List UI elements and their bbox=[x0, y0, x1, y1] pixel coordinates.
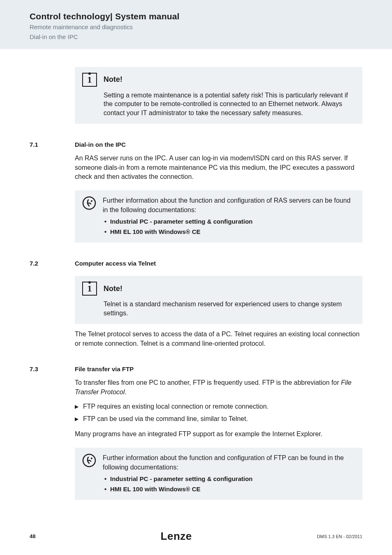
tip-icon bbox=[82, 453, 96, 469]
tip-list-item: Industrial PC - parameter setting & conf… bbox=[110, 474, 355, 483]
page-footer: 48 Lenze DMS 1.3 EN - 02/2011 bbox=[0, 530, 392, 543]
list-item: FTP can be used via the command line, si… bbox=[75, 414, 362, 424]
section-title: Dial-in on the IPC bbox=[75, 141, 126, 148]
svg-point-1 bbox=[91, 200, 92, 202]
section-7-3-p2: Many programs have an integrated FTP sup… bbox=[75, 430, 362, 439]
section-number: 7.1 bbox=[30, 141, 75, 148]
tip-list-item: Industrial PC - parameter setting & conf… bbox=[110, 217, 355, 226]
brand-logo: Lenze bbox=[161, 530, 192, 543]
note-box-2: 1 Note! Telnet is a standard mechanism r… bbox=[75, 276, 362, 324]
text: To transfer files from one PC to another… bbox=[75, 379, 341, 386]
tip-intro: Further information about the function a… bbox=[103, 196, 355, 215]
note-label: Note! bbox=[104, 75, 122, 84]
page-number: 48 bbox=[30, 533, 35, 539]
note-box-1: 1 Note! Setting a remote maintenance is … bbox=[75, 67, 362, 124]
note-label: Note! bbox=[104, 284, 122, 293]
note-body: Setting a remote maintenance is a potent… bbox=[104, 91, 355, 118]
doc-subtitle-1: Remote maintenance and diagnostics bbox=[30, 23, 392, 31]
section-title: Computer access via Telnet bbox=[75, 260, 156, 267]
tip-list-item: HMI EL 100 with Windows® CE bbox=[110, 485, 355, 493]
tip-box-1: Further information about the function a… bbox=[75, 190, 362, 243]
section-7-2-p1: The Telnet protocol serves to access the… bbox=[75, 330, 362, 348]
doc-title: Control technology| System manual bbox=[30, 12, 392, 21]
tip-list-item: HMI EL 100 with Windows® CE bbox=[110, 227, 355, 236]
section-7-3-heading: 7.3 File transfer via FTP bbox=[30, 365, 362, 372]
section-7-2-heading: 7.2 Computer access via Telnet bbox=[30, 260, 362, 267]
section-7-1-heading: 7.1 Dial-in on the IPC bbox=[30, 141, 362, 148]
page-header: Control technology| System manual Remote… bbox=[0, 0, 392, 49]
svg-point-3 bbox=[91, 458, 92, 459]
tip-box-2: Further information about the function a… bbox=[75, 448, 362, 500]
section-title: File transfer via FTP bbox=[75, 365, 134, 372]
info-icon: 1 bbox=[82, 282, 97, 296]
tip-intro: Further information about the function a… bbox=[103, 453, 355, 472]
note-body: Telnet is a standard mechanism reserved … bbox=[104, 300, 355, 317]
arrow-list: FTP requires an existing local connectio… bbox=[75, 402, 362, 424]
text: . bbox=[125, 388, 127, 395]
section-number: 7.3 bbox=[30, 365, 75, 372]
doc-id: DMS 1.3 EN - 02/2011 bbox=[317, 534, 362, 539]
section-7-1-p1: An RAS server runs on the IPC. A user ca… bbox=[75, 154, 362, 181]
tip-icon bbox=[82, 196, 96, 212]
doc-subtitle-2: Dial-in on the IPC bbox=[30, 33, 392, 41]
section-7-3-p1: To transfer files from one PC to another… bbox=[75, 378, 362, 397]
info-icon: 1 bbox=[82, 73, 97, 87]
section-number: 7.2 bbox=[30, 260, 75, 267]
list-item: FTP requires an existing local connectio… bbox=[75, 402, 362, 412]
